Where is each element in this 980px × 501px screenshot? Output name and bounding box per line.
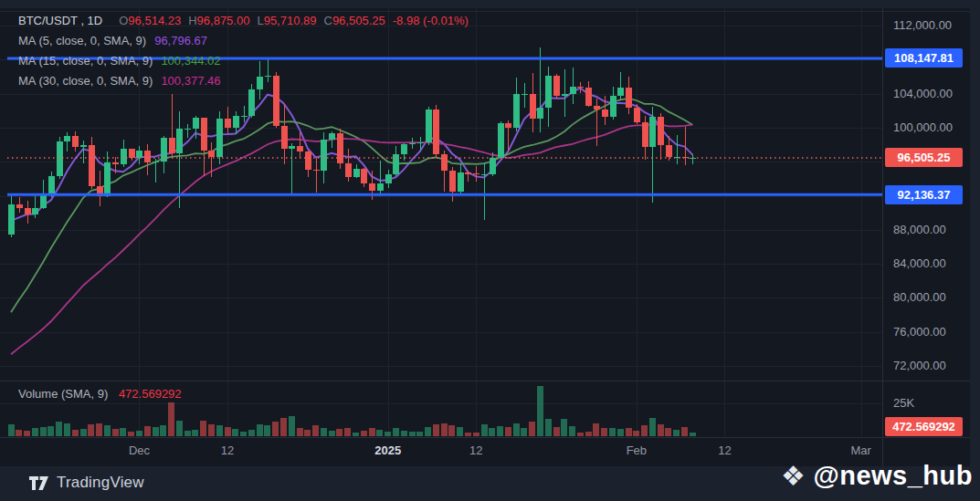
time-tick: Feb (627, 444, 647, 458)
price-tick: 76,000.00 (882, 325, 970, 339)
price-tick: 80,000.00 (882, 290, 970, 305)
ma5-label: MA (5, close, 0, SMA, 9) (18, 34, 146, 47)
time-tick: 12 (469, 444, 482, 458)
ma30-legend-row[interactable]: MA (30, close, 0, SMA, 9) 100,377.46 (18, 70, 469, 90)
close-value: 96,505.25 (332, 14, 385, 27)
high-value: 96,875.00 (197, 14, 250, 27)
symbol-title: BTC/USDT , 1D (18, 14, 102, 27)
price-tick: 84,000.00 (882, 256, 970, 271)
watermark: ❖ @news_hub (781, 461, 973, 491)
price-line-label: 108,147.81 (885, 48, 963, 68)
time-tick: 2025 (374, 444, 401, 458)
time-tick: Mar (850, 444, 870, 458)
volume-sma-value: 472.569292 (119, 387, 182, 401)
binance-diamond-icon: ❖ (781, 463, 806, 490)
tradingview-brand-text: TradingView (57, 474, 144, 492)
ma30-value: 100,377.46 (161, 74, 220, 88)
ma30-label: MA (30, close, 0, SMA, 9) (18, 74, 153, 88)
last-price-label: 96,505.25 (885, 148, 963, 167)
time-axis[interactable]: Dec12202512Feb12Mar (0, 437, 882, 466)
high-key: H (188, 14, 196, 27)
ma5-legend-row[interactable]: MA (5, close, 0, SMA, 9) 96,796.67 (18, 30, 469, 50)
volume-legend[interactable]: Volume (SMA, 9) 472.569292 (18, 387, 182, 401)
price-line-label: 92,136.37 (885, 185, 963, 204)
ma5-value: 96,796.67 (154, 34, 207, 47)
ma15-line (11, 99, 692, 312)
price-tick: 100,000.00 (882, 120, 970, 135)
ma15-legend-row[interactable]: MA (15, close, 0, SMA, 9) 100,344.02 (18, 50, 469, 70)
time-tick: Dec (129, 444, 150, 458)
time-tick: 12 (221, 444, 234, 458)
price-tick: 112,000.00 (882, 18, 970, 33)
tradingview-attribution[interactable]: TradingView (29, 474, 144, 492)
price-tick: 88,000.00 (882, 223, 970, 237)
ma5-line (11, 88, 692, 221)
price-axis[interactable]: 112,000.00104,000.00100,000.0088,000.008… (882, 0, 970, 466)
open-key: O (119, 14, 128, 27)
close-key: C (324, 14, 332, 27)
time-tick: 12 (718, 444, 731, 458)
volume-label: Volume (SMA, 9) (18, 387, 108, 401)
price-tick: 72,000.00 (882, 359, 970, 373)
price-tick: 104,000.00 (882, 87, 970, 101)
open-value: 96,514.23 (128, 14, 181, 27)
low-key: L (257, 14, 263, 27)
ma15-value: 100,344.02 (161, 54, 220, 68)
volume-value-label: 472.569292 (885, 417, 963, 436)
low-value: 95,710.89 (264, 14, 317, 27)
symbol-legend-row[interactable]: BTC/USDT , 1D O 96,514.23 H 96,875.00 L … (18, 10, 469, 30)
volume-tick: 25K (882, 396, 970, 411)
ma30-line (11, 124, 692, 354)
change-value: -8.98 (-0.01%) (393, 14, 469, 27)
tradingview-logo-icon (29, 476, 49, 490)
watermark-handle: @news_hub (813, 461, 973, 491)
legend: BTC/USDT , 1D O 96,514.23 H 96,875.00 L … (18, 10, 469, 90)
chart-widget: BTC/USDT , 1D O 96,514.23 H 96,875.00 L … (0, 0, 970, 466)
ma15-label: MA (15, close, 0, SMA, 9) (18, 54, 153, 68)
